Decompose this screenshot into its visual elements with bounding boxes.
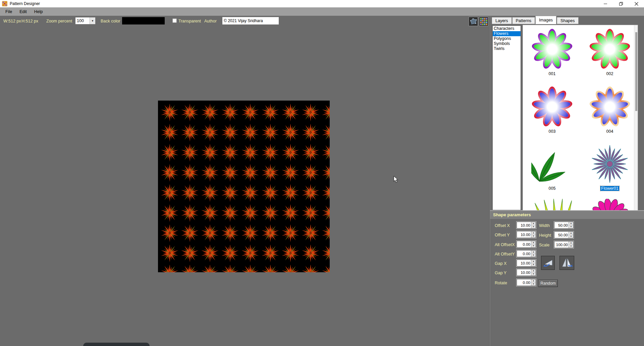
menu-help[interactable]: Help	[31, 8, 47, 15]
thumbnail-label[interactable]: 002	[606, 71, 613, 76]
transparent-checkbox[interactable]	[172, 18, 177, 23]
canvas-width-label: W:512 px	[3, 19, 21, 23]
category-item-flowers[interactable]: Flowers	[493, 31, 521, 36]
rotate-spinner[interactable]: ▲▼	[531, 279, 536, 286]
close-button[interactable]	[629, 0, 644, 7]
thumbnail-label-selected[interactable]: Flower01	[600, 186, 619, 191]
zoom-percent-combobox[interactable]: 100 ▼	[75, 17, 96, 24]
partial-thumbnail-petals[interactable]	[589, 199, 631, 211]
color-grid-icon	[480, 17, 488, 25]
chevron-down-icon: ▼	[91, 19, 94, 22]
category-item-symbols[interactable]: Symbols	[493, 41, 521, 46]
gap-y-spinbox: ▲▼	[517, 269, 536, 276]
thumbnail-label[interactable]: 005	[549, 186, 556, 191]
offset-x-label: Offset X	[495, 223, 510, 228]
spin-down-icon: ▼	[569, 225, 573, 228]
gap-y-input[interactable]	[517, 269, 531, 276]
height-input[interactable]	[554, 232, 569, 238]
tab-images[interactable]: Images	[535, 16, 556, 24]
category-item-characters[interactable]: Characters	[493, 26, 521, 31]
scrollbar-thumb[interactable]	[635, 32, 637, 111]
restore-button[interactable]	[613, 0, 629, 7]
width-spinner[interactable]: ▲▼	[569, 222, 573, 228]
scale-input[interactable]	[554, 241, 569, 248]
offset-x-input[interactable]	[517, 222, 531, 228]
grid-scrollbar[interactable]	[634, 25, 638, 210]
minimize-icon	[604, 2, 607, 6]
shape-parameters-header: Shape parameters	[490, 211, 644, 219]
flip-vertical-icon	[542, 257, 554, 269]
rotate-input[interactable]	[517, 279, 531, 286]
width-input[interactable]	[554, 222, 569, 228]
scale-label: Scale	[539, 243, 549, 247]
tab-shapes[interactable]: Shapes	[557, 17, 578, 24]
offset-y-spinner[interactable]: ▲▼	[531, 231, 536, 238]
category-item-twirls[interactable]: Twirls	[493, 46, 521, 51]
spin-up-icon: ▲	[569, 232, 573, 235]
polygon-nodes-icon	[469, 17, 477, 25]
alt-offset-x-spinbox: ▲▼	[517, 241, 536, 248]
tab-layers[interactable]: Layers	[492, 17, 512, 24]
spin-down-icon: ▼	[531, 244, 536, 247]
thumbnail-label[interactable]: 001	[549, 71, 556, 76]
alt-offset-y-label: Alt OffsetY	[495, 252, 515, 256]
gap-x-label: Gap X	[495, 261, 506, 266]
gap-x-input[interactable]	[517, 260, 531, 266]
title-bar: Pattern Designer	[0, 0, 644, 7]
partial-thumbnail-spikes[interactable]	[531, 199, 573, 211]
menu-bar: File Edit Help	[0, 7, 644, 16]
app-icon	[2, 1, 7, 6]
flower-thumbnail-004[interactable]	[589, 86, 631, 128]
offset-x-spinner[interactable]: ▲▼	[531, 222, 536, 228]
alt-offset-x-spinner[interactable]: ▲▼	[531, 241, 536, 247]
flower-thumbnail-001[interactable]	[531, 28, 573, 70]
scale-spinner[interactable]: ▲▼	[569, 241, 573, 248]
author-label: Author	[204, 19, 217, 23]
canvas-height-label: H:512 px	[21, 19, 38, 23]
minimize-button[interactable]	[598, 0, 613, 7]
taskbar-flyout-edge	[83, 343, 150, 346]
flower-thumbnail-002[interactable]	[589, 28, 631, 70]
gap-y-spinner[interactable]: ▲▼	[531, 269, 536, 276]
alt-offset-x-input[interactable]	[517, 241, 531, 247]
thumbnail-label[interactable]: 004	[606, 129, 613, 134]
leaves-thumbnail-005[interactable]	[531, 143, 573, 185]
spin-down-icon: ▼	[531, 273, 536, 276]
alt-offset-x-label: Alt OffsetX	[495, 242, 515, 247]
category-listbox: Characters Flowers Polygons Symbols Twir…	[492, 25, 521, 210]
panel-divider-highlight	[490, 16, 490, 346]
height-spinner[interactable]: ▲▼	[569, 232, 573, 238]
flip-vertical-button[interactable]	[541, 256, 555, 270]
pattern-canvas[interactable]	[158, 101, 330, 272]
combo-dropdown-button[interactable]: ▼	[90, 17, 95, 24]
random-button[interactable]: Random	[538, 280, 558, 287]
offset-y-spinbox: ▲▼	[517, 231, 536, 238]
menu-edit[interactable]: Edit	[16, 8, 31, 15]
rotate-label: Rotate	[495, 281, 507, 285]
flower-thumbnail-003[interactable]	[531, 86, 573, 128]
starburst-thumbnail-flower01[interactable]	[589, 143, 631, 185]
transparent-label: Transparent	[178, 19, 201, 23]
offset-y-label: Offset Y	[495, 233, 510, 237]
author-input[interactable]	[222, 17, 279, 25]
spin-up-icon: ▲	[531, 260, 536, 263]
width-spinbox: ▲▼	[554, 222, 574, 229]
offset-y-input[interactable]	[517, 231, 531, 238]
spin-up-icon: ▲	[531, 269, 536, 273]
tab-patterns[interactable]: Patterns	[512, 17, 535, 24]
back-color-swatch[interactable]	[122, 17, 165, 24]
alt-offset-y-input[interactable]	[517, 250, 531, 257]
spin-down-icon: ▼	[531, 254, 536, 257]
gap-x-spinner[interactable]: ▲▼	[531, 260, 536, 266]
pattern-grid-view-button[interactable]	[479, 17, 488, 26]
spin-down-icon: ▼	[531, 225, 536, 228]
close-icon	[635, 2, 638, 6]
menu-file[interactable]: File	[2, 8, 16, 15]
shape-view-button[interactable]	[469, 17, 478, 26]
spin-down-icon: ▼	[531, 283, 536, 286]
flip-horizontal-button[interactable]	[559, 256, 574, 270]
alt-offset-y-spinner[interactable]: ▲▼	[531, 250, 536, 257]
category-item-polygons[interactable]: Polygons	[493, 36, 521, 41]
thumbnail-label[interactable]: 003	[549, 129, 556, 134]
image-grid-panel: 001 002 003 004 005 Flower01	[523, 25, 638, 211]
